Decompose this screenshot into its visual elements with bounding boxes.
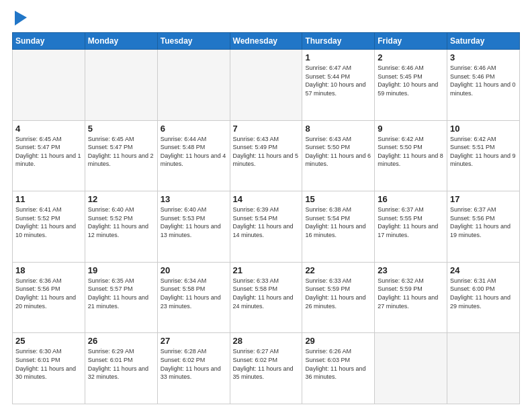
calendar-table: SundayMondayTuesdayWednesdayThursdayFrid… <box>12 32 520 404</box>
calendar-cell: 20Sunrise: 6:34 AM Sunset: 5:58 PM Dayli… <box>157 262 230 333</box>
calendar-cell <box>447 333 520 404</box>
day-info: Sunrise: 6:46 AM Sunset: 5:45 PM Dayligh… <box>378 64 444 97</box>
calendar-cell: 8Sunrise: 6:43 AM Sunset: 5:50 PM Daylig… <box>302 120 375 191</box>
calendar-cell <box>375 333 447 404</box>
day-info: Sunrise: 6:35 AM Sunset: 5:57 PM Dayligh… <box>88 277 154 310</box>
day-number: 1 <box>305 52 371 62</box>
calendar-cell: 6Sunrise: 6:44 AM Sunset: 5:48 PM Daylig… <box>157 120 230 191</box>
day-info: Sunrise: 6:42 AM Sunset: 5:50 PM Dayligh… <box>378 135 444 169</box>
calendar-cell: 24Sunrise: 6:31 AM Sunset: 6:00 PM Dayli… <box>447 262 520 333</box>
calendar-cell: 7Sunrise: 6:43 AM Sunset: 5:49 PM Daylig… <box>230 120 302 191</box>
day-info: Sunrise: 6:33 AM Sunset: 5:58 PM Dayligh… <box>233 277 300 310</box>
calendar-cell <box>230 50 302 121</box>
day-info: Sunrise: 6:31 AM Sunset: 6:00 PM Dayligh… <box>450 277 517 310</box>
day-info: Sunrise: 6:40 AM Sunset: 5:52 PM Dayligh… <box>88 205 154 239</box>
calendar-week-2: 4Sunrise: 6:45 AM Sunset: 5:47 PM Daylig… <box>13 120 520 191</box>
calendar-cell: 10Sunrise: 6:42 AM Sunset: 5:51 PM Dayli… <box>447 120 520 191</box>
day-info: Sunrise: 6:37 AM Sunset: 5:56 PM Dayligh… <box>450 205 517 239</box>
day-info: Sunrise: 6:29 AM Sunset: 6:01 PM Dayligh… <box>88 347 154 381</box>
day-number: 24 <box>450 265 517 275</box>
calendar-week-4: 18Sunrise: 6:36 AM Sunset: 5:56 PM Dayli… <box>13 262 520 333</box>
calendar-cell: 25Sunrise: 6:30 AM Sunset: 6:01 PM Dayli… <box>13 333 85 404</box>
day-info: Sunrise: 6:36 AM Sunset: 5:56 PM Dayligh… <box>15 277 82 310</box>
logo <box>12 11 27 26</box>
calendar-cell <box>13 50 85 121</box>
calendar-cell: 5Sunrise: 6:45 AM Sunset: 5:47 PM Daylig… <box>85 120 157 191</box>
calendar-cell: 29Sunrise: 6:26 AM Sunset: 6:03 PM Dayli… <box>302 333 375 404</box>
calendar-cell: 28Sunrise: 6:27 AM Sunset: 6:02 PM Dayli… <box>230 333 302 404</box>
day-info: Sunrise: 6:33 AM Sunset: 5:59 PM Dayligh… <box>305 277 371 310</box>
calendar-cell: 3Sunrise: 6:46 AM Sunset: 5:46 PM Daylig… <box>447 50 520 121</box>
day-number: 14 <box>233 194 300 204</box>
calendar-cell: 9Sunrise: 6:42 AM Sunset: 5:50 PM Daylig… <box>375 120 447 191</box>
day-number: 6 <box>161 124 227 134</box>
day-info: Sunrise: 6:40 AM Sunset: 5:53 PM Dayligh… <box>161 205 227 239</box>
day-info: Sunrise: 6:30 AM Sunset: 6:01 PM Dayligh… <box>15 347 82 381</box>
calendar-cell: 27Sunrise: 6:28 AM Sunset: 6:02 PM Dayli… <box>157 333 230 404</box>
weekday-header-monday: Monday <box>85 33 157 50</box>
calendar-week-5: 25Sunrise: 6:30 AM Sunset: 6:01 PM Dayli… <box>13 333 520 404</box>
day-info: Sunrise: 6:39 AM Sunset: 5:54 PM Dayligh… <box>233 205 300 239</box>
day-number: 29 <box>305 336 371 346</box>
weekday-header-tuesday: Tuesday <box>157 33 230 50</box>
day-number: 5 <box>88 124 154 134</box>
calendar-week-1: 1Sunrise: 6:47 AM Sunset: 5:44 PM Daylig… <box>13 50 520 121</box>
day-number: 15 <box>305 194 371 204</box>
day-number: 7 <box>233 124 300 134</box>
day-number: 12 <box>88 194 154 204</box>
calendar-cell: 15Sunrise: 6:38 AM Sunset: 5:54 PM Dayli… <box>302 191 375 263</box>
calendar-body: 1Sunrise: 6:47 AM Sunset: 5:44 PM Daylig… <box>13 50 520 404</box>
calendar-cell: 16Sunrise: 6:37 AM Sunset: 5:55 PM Dayli… <box>375 191 447 263</box>
calendar-cell: 13Sunrise: 6:40 AM Sunset: 5:53 PM Dayli… <box>157 191 230 263</box>
calendar-cell: 2Sunrise: 6:46 AM Sunset: 5:45 PM Daylig… <box>375 50 447 121</box>
day-number: 22 <box>305 265 371 275</box>
weekday-header-friday: Friday <box>375 33 447 50</box>
day-number: 25 <box>15 336 82 346</box>
calendar-cell <box>157 50 230 121</box>
weekday-header-wednesday: Wednesday <box>230 33 302 50</box>
day-info: Sunrise: 6:37 AM Sunset: 5:55 PM Dayligh… <box>378 205 444 239</box>
day-info: Sunrise: 6:47 AM Sunset: 5:44 PM Dayligh… <box>305 64 371 97</box>
day-info: Sunrise: 6:45 AM Sunset: 5:47 PM Dayligh… <box>15 135 82 169</box>
calendar-cell: 4Sunrise: 6:45 AM Sunset: 5:47 PM Daylig… <box>13 120 85 191</box>
calendar-cell: 11Sunrise: 6:41 AM Sunset: 5:52 PM Dayli… <box>13 191 85 263</box>
day-number: 8 <box>305 124 371 134</box>
day-info: Sunrise: 6:27 AM Sunset: 6:02 PM Dayligh… <box>233 347 300 381</box>
day-number: 26 <box>88 336 154 346</box>
day-info: Sunrise: 6:44 AM Sunset: 5:48 PM Dayligh… <box>161 135 227 169</box>
calendar-cell <box>85 50 157 121</box>
calendar-cell: 19Sunrise: 6:35 AM Sunset: 5:57 PM Dayli… <box>85 262 157 333</box>
day-number: 10 <box>450 124 517 134</box>
weekday-header-thursday: Thursday <box>302 33 375 50</box>
day-number: 11 <box>15 194 82 204</box>
day-info: Sunrise: 6:43 AM Sunset: 5:50 PM Dayligh… <box>305 135 371 169</box>
page: SundayMondayTuesdayWednesdayThursdayFrid… <box>0 0 532 411</box>
day-number: 28 <box>233 336 300 346</box>
day-number: 17 <box>450 194 517 204</box>
day-number: 4 <box>15 124 82 134</box>
svg-marker-0 <box>15 11 27 26</box>
day-number: 2 <box>378 52 444 62</box>
day-number: 18 <box>15 265 82 275</box>
calendar-cell: 17Sunrise: 6:37 AM Sunset: 5:56 PM Dayli… <box>447 191 520 263</box>
day-info: Sunrise: 6:46 AM Sunset: 5:46 PM Dayligh… <box>450 64 517 97</box>
day-info: Sunrise: 6:38 AM Sunset: 5:54 PM Dayligh… <box>305 205 371 239</box>
calendar-week-3: 11Sunrise: 6:41 AM Sunset: 5:52 PM Dayli… <box>13 191 520 263</box>
day-info: Sunrise: 6:45 AM Sunset: 5:47 PM Dayligh… <box>88 135 154 169</box>
calendar-cell: 23Sunrise: 6:32 AM Sunset: 5:59 PM Dayli… <box>375 262 447 333</box>
day-number: 9 <box>378 124 444 134</box>
calendar-cell: 18Sunrise: 6:36 AM Sunset: 5:56 PM Dayli… <box>13 262 85 333</box>
day-number: 3 <box>450 52 517 62</box>
day-number: 19 <box>88 265 154 275</box>
day-info: Sunrise: 6:28 AM Sunset: 6:02 PM Dayligh… <box>161 347 227 381</box>
day-info: Sunrise: 6:41 AM Sunset: 5:52 PM Dayligh… <box>15 205 82 239</box>
calendar-cell: 22Sunrise: 6:33 AM Sunset: 5:59 PM Dayli… <box>302 262 375 333</box>
logo-icon <box>15 11 27 26</box>
day-number: 27 <box>161 336 227 346</box>
calendar-header: SundayMondayTuesdayWednesdayThursdayFrid… <box>13 33 520 50</box>
day-number: 20 <box>161 265 227 275</box>
day-info: Sunrise: 6:26 AM Sunset: 6:03 PM Dayligh… <box>305 347 371 381</box>
weekday-header-row: SundayMondayTuesdayWednesdayThursdayFrid… <box>13 33 520 50</box>
day-info: Sunrise: 6:32 AM Sunset: 5:59 PM Dayligh… <box>378 277 444 310</box>
calendar-cell: 12Sunrise: 6:40 AM Sunset: 5:52 PM Dayli… <box>85 191 157 263</box>
